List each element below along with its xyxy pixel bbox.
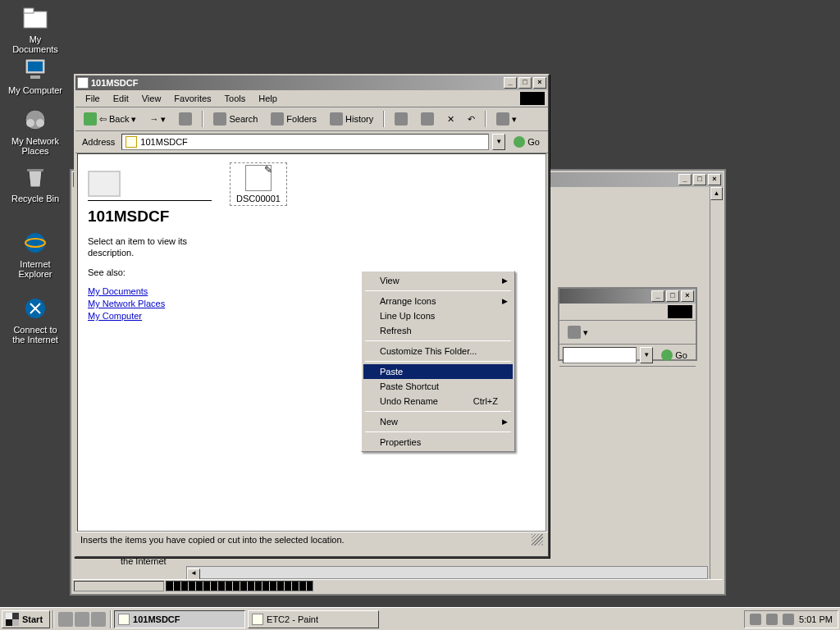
ctx-line-up-icons[interactable]: Line Up Icons <box>363 308 513 323</box>
recycle-bin-icon <box>22 164 48 190</box>
undo-button[interactable]: ↶ <box>463 110 480 128</box>
address-dropdown[interactable]: ▼ <box>492 134 505 150</box>
scrollbar-horizontal[interactable]: ◄ <box>186 566 708 579</box>
desktop-icon-recycle-bin[interactable]: Recycle Bin <box>7 164 64 203</box>
svg-point-7 <box>36 119 44 127</box>
menu-edit[interactable]: Edit <box>107 92 135 105</box>
history-icon <box>330 112 343 126</box>
close-button[interactable]: × <box>533 77 546 89</box>
folders-button[interactable]: Folders <box>266 110 322 128</box>
ctx-properties[interactable]: Properties <box>363 435 513 450</box>
ctx-view[interactable]: View▶ <box>363 273 513 288</box>
ctx-refresh[interactable]: Refresh <box>363 323 513 338</box>
scroll-up-button[interactable]: ▲ <box>710 187 723 200</box>
views-button[interactable]: ▾ <box>563 323 593 341</box>
ctx-new[interactable]: New▶ <box>363 414 513 429</box>
link-my-computer[interactable]: My Computer <box>88 311 212 321</box>
menu-help[interactable]: Help <box>252 92 284 105</box>
minimize-button[interactable]: _ <box>504 77 517 89</box>
maximize-button[interactable]: □ <box>666 290 679 302</box>
delete-icon: ✕ <box>447 114 454 125</box>
tray-network-icon[interactable] <box>766 614 778 625</box>
ql-outlook-icon[interactable] <box>75 612 89 627</box>
folders-icon <box>271 112 284 126</box>
tray-volume-icon[interactable] <box>750 614 761 625</box>
system-tray: 5:01 PM <box>744 610 838 628</box>
tray-display-icon[interactable] <box>783 614 794 625</box>
file-dsc00001[interactable]: DSC00001 <box>230 162 287 206</box>
link-my-network-places[interactable]: My Network Places <box>88 299 212 308</box>
taskbar-btn-paint[interactable]: ETC2 - Paint <box>248 610 379 628</box>
quick-launch <box>57 612 107 627</box>
desktop-icon-ie[interactable]: Internet Explorer <box>7 230 64 279</box>
forward-button[interactable]: → ▾ <box>144 110 171 128</box>
ctx-paste-shortcut[interactable]: Paste Shortcut <box>363 379 513 394</box>
folder-icon <box>77 77 89 89</box>
close-button[interactable]: × <box>681 290 694 302</box>
go-button-bg2[interactable]: Go <box>656 347 692 363</box>
submenu-arrow-icon: ▶ <box>502 297 508 305</box>
back-icon <box>84 112 97 126</box>
svg-rect-8 <box>27 169 43 171</box>
clock[interactable]: 5:01 PM <box>799 614 833 624</box>
menu-view[interactable]: View <box>135 92 168 105</box>
ctx-arrange-icons[interactable]: Arrange Icons▶ <box>363 294 513 308</box>
back-button[interactable]: ⇦ Back ▾ <box>79 110 141 128</box>
address-input-bg2[interactable] <box>563 347 637 363</box>
delete-button[interactable]: ✕ <box>442 110 459 128</box>
submenu-arrow-icon: ▶ <box>502 276 508 285</box>
minimize-button[interactable]: _ <box>678 174 692 185</box>
desktop-icon-network[interactable]: My Network Places <box>7 107 64 156</box>
history-button[interactable]: History <box>325 110 378 128</box>
undo-icon: ↶ <box>468 114 475 125</box>
scrollbar-vertical[interactable]: ▲ ▼ <box>710 187 723 592</box>
maximize-button[interactable]: □ <box>693 174 706 185</box>
desktop-icon-my-documents[interactable]: My Documents <box>7 5 64 54</box>
maximize-button[interactable]: □ <box>518 77 532 89</box>
folder-icon <box>126 136 137 148</box>
ctx-undo-rename[interactable]: Undo RenameCtrl+Z <box>363 394 513 409</box>
resize-grip[interactable] <box>532 534 543 546</box>
folder-icon <box>22 5 48 31</box>
taskbar: Start 101MSDCF ETC2 - Paint 5:01 PM <box>0 607 840 630</box>
svg-point-9 <box>25 233 45 253</box>
scroll-left-button[interactable]: ◄ <box>187 568 200 580</box>
minimize-button[interactable]: _ <box>651 290 664 302</box>
up-button[interactable] <box>174 110 197 128</box>
go-icon <box>661 349 673 361</box>
titlebar[interactable]: 101MSDCF _ □ × <box>75 75 548 90</box>
desktop-icon-connect[interactable]: Connect to the Internet <box>7 295 64 345</box>
go-button[interactable]: Go <box>509 134 545 150</box>
ctx-customize[interactable]: Customize This Folder... <box>363 344 513 358</box>
bg2-titlebar[interactable]: _ □ × <box>559 289 696 304</box>
moveto-icon <box>395 112 408 126</box>
desktop-icon-my-computer[interactable]: My Computer <box>7 56 64 95</box>
search-button[interactable]: Search <box>208 110 262 128</box>
close-button[interactable]: × <box>708 174 721 185</box>
ql-desktop-icon[interactable] <box>91 612 106 627</box>
folder-banner <box>88 164 212 201</box>
menu-tools[interactable]: Tools <box>218 92 253 105</box>
statusbar: Inserts the items you have copied or cut… <box>75 532 548 546</box>
moveto-button[interactable] <box>390 110 413 128</box>
menu-file[interactable]: File <box>79 92 107 105</box>
connect-icon <box>22 295 48 322</box>
ctx-paste[interactable]: Paste <box>363 364 513 379</box>
address-input[interactable]: 101MSDCF <box>121 134 489 150</box>
address-dropdown[interactable]: ▼ <box>640 347 653 363</box>
folder-icon <box>118 614 130 625</box>
search-icon <box>213 112 226 126</box>
menu-favorites[interactable]: Favorites <box>167 92 217 105</box>
web-panel: 101MSDCF Select an item to view its desc… <box>78 154 221 531</box>
ql-ie-icon[interactable] <box>58 612 73 627</box>
views-button[interactable]: ▾ <box>491 110 522 128</box>
copyto-button[interactable] <box>416 110 439 128</box>
taskbar-btn-101msdcf[interactable]: 101MSDCF <box>114 610 245 628</box>
start-button[interactable]: Start <box>2 610 50 628</box>
throbber-icon <box>520 92 545 105</box>
svg-rect-0 <box>24 11 47 28</box>
views-icon <box>568 326 581 339</box>
address-label: Address <box>79 137 118 147</box>
link-my-documents[interactable]: My Documents <box>88 286 212 296</box>
address-value: 101MSDCF <box>140 137 187 147</box>
